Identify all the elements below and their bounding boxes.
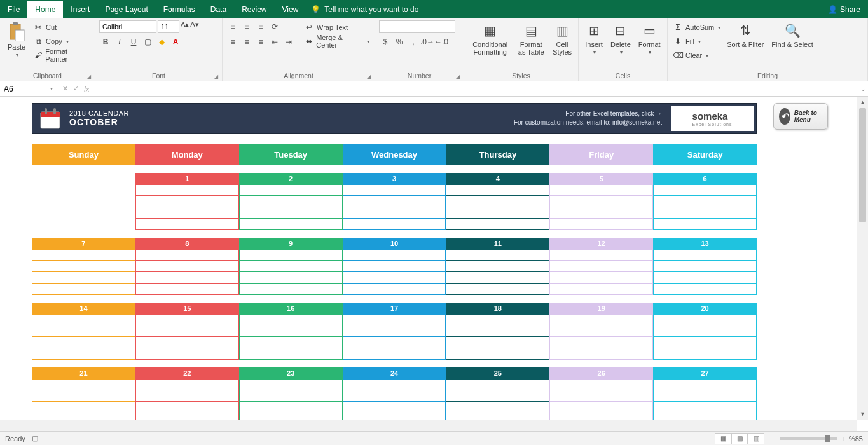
event-slot[interactable] (343, 284, 446, 295)
dialog-launcher-icon[interactable]: ◢ (367, 74, 371, 79)
calendar-day-cell[interactable]: 24 (343, 367, 446, 425)
tab-view[interactable]: View (275, 1, 307, 18)
fill-button[interactable]: ⬇Fill▾ (672, 34, 722, 48)
templates-link-text[interactable]: For other Excel templates, click → (129, 109, 662, 118)
event-slot[interactable] (549, 184, 653, 196)
align-bottom-button[interactable]: ≡ (254, 20, 267, 33)
event-slot[interactable] (343, 261, 446, 272)
increase-indent-button[interactable]: ⇥ (282, 36, 295, 48)
event-slot[interactable] (239, 249, 343, 261)
tell-me[interactable]: 💡 Tell me what you want to do (311, 1, 418, 18)
event-slot[interactable] (135, 337, 239, 348)
event-slot[interactable] (343, 337, 446, 348)
event-slot[interactable] (653, 184, 757, 196)
calendar-day-cell[interactable]: 19 (549, 303, 653, 360)
event-slot[interactable] (446, 402, 549, 413)
event-slot[interactable] (135, 249, 239, 261)
calendar-day-cell[interactable]: 13 (653, 238, 757, 295)
dialog-launcher-icon[interactable]: ◢ (214, 74, 218, 79)
event-slot[interactable] (239, 390, 343, 402)
increase-font-button[interactable]: A▴ (181, 20, 189, 33)
event-slot[interactable] (32, 348, 135, 360)
event-slot[interactable] (32, 379, 135, 390)
format-painter-button[interactable]: 🖌Format Painter (32, 48, 91, 62)
tab-insert[interactable]: Insert (63, 1, 97, 18)
event-slot[interactable] (653, 261, 757, 272)
page-layout-view-button[interactable]: ▤ (731, 433, 748, 444)
align-right-button[interactable]: ≡ (254, 36, 267, 48)
tab-review[interactable]: Review (234, 1, 274, 18)
zoom-out-button[interactable]: − (772, 435, 776, 442)
event-slot[interactable] (135, 390, 239, 402)
event-slot[interactable] (549, 379, 653, 390)
event-slot[interactable] (549, 196, 653, 207)
calendar-day-cell[interactable]: 4 (446, 173, 549, 230)
event-slot[interactable] (32, 249, 135, 261)
event-slot[interactable] (653, 348, 757, 360)
event-slot[interactable] (135, 314, 239, 325)
event-slot[interactable] (135, 379, 239, 390)
scroll-down-icon[interactable]: ▼ (857, 408, 868, 420)
tab-file[interactable]: File (0, 1, 27, 18)
event-slot[interactable] (32, 337, 135, 348)
calendar-day-cell[interactable] (32, 173, 135, 230)
zoom-level[interactable]: %85 (849, 435, 863, 442)
calendar-day-cell[interactable]: 10 (343, 238, 446, 295)
event-slot[interactable] (549, 314, 653, 325)
align-middle-button[interactable]: ≡ (240, 20, 253, 33)
calendar-day-cell[interactable]: 8 (135, 238, 239, 295)
border-button[interactable]: ▢ (141, 36, 154, 48)
event-slot[interactable] (549, 219, 653, 230)
event-slot[interactable] (343, 207, 446, 219)
accounting-format-button[interactable]: $ (379, 36, 392, 48)
event-slot[interactable] (135, 272, 239, 284)
tab-formulas[interactable]: Formulas (156, 1, 203, 18)
decrease-indent-button[interactable]: ⇤ (268, 36, 281, 48)
event-slot[interactable] (239, 402, 343, 413)
event-slot[interactable] (239, 325, 343, 337)
event-slot[interactable] (135, 402, 239, 413)
insert-cells-button[interactable]: ⊞Insert▾ (582, 20, 605, 57)
event-slot[interactable] (446, 196, 549, 207)
fill-color-button[interactable]: ◆ (155, 36, 168, 48)
dialog-launcher-icon[interactable]: ◢ (87, 74, 91, 79)
event-slot[interactable] (653, 379, 757, 390)
wrap-text-button[interactable]: ↩Wrap Text (303, 20, 371, 34)
dialog-launcher-icon[interactable]: ◢ (456, 74, 460, 79)
calendar-day-cell[interactable]: 5 (549, 173, 653, 230)
calendar-day-cell[interactable]: 20 (653, 303, 757, 360)
calendar-day-cell[interactable]: 14 (32, 303, 135, 360)
event-slot[interactable] (549, 207, 653, 219)
event-slot[interactable] (343, 314, 446, 325)
find-select-button[interactable]: 🔍Find & Select (769, 20, 815, 50)
event-slot[interactable] (549, 402, 653, 413)
format-cells-button[interactable]: ▭Format▾ (636, 20, 663, 57)
event-slot[interactable] (549, 348, 653, 360)
enter-icon[interactable]: ✓ (73, 85, 79, 93)
event-slot[interactable] (239, 196, 343, 207)
event-slot[interactable] (446, 249, 549, 261)
calendar-day-cell[interactable]: 25 (446, 367, 549, 425)
copy-button[interactable]: ⧉Copy▾ (32, 34, 91, 48)
event-slot[interactable] (446, 272, 549, 284)
event-slot[interactable] (32, 261, 135, 272)
font-name-input[interactable] (99, 20, 156, 33)
event-slot[interactable] (239, 314, 343, 325)
calendar-day-cell[interactable]: 17 (343, 303, 446, 360)
event-slot[interactable] (446, 314, 549, 325)
calendar-day-cell[interactable]: 6 (653, 173, 757, 230)
event-slot[interactable] (32, 402, 135, 413)
calendar-day-cell[interactable]: 22 (135, 367, 239, 425)
format-as-table-button[interactable]: ▤Format as Table (514, 20, 548, 57)
share-button[interactable]: 👤 Share (820, 1, 868, 18)
event-slot[interactable] (239, 261, 343, 272)
event-slot[interactable] (343, 196, 446, 207)
calendar-day-cell[interactable]: 23 (239, 367, 343, 425)
event-slot[interactable] (239, 284, 343, 295)
event-slot[interactable] (343, 379, 446, 390)
font-size-input[interactable] (158, 20, 179, 33)
event-slot[interactable] (239, 184, 343, 196)
zoom-slider[interactable] (780, 437, 837, 440)
vertical-scrollbar[interactable]: ▲ ▼ (857, 97, 868, 420)
name-box[interactable]: A6 ▾ (0, 81, 57, 96)
